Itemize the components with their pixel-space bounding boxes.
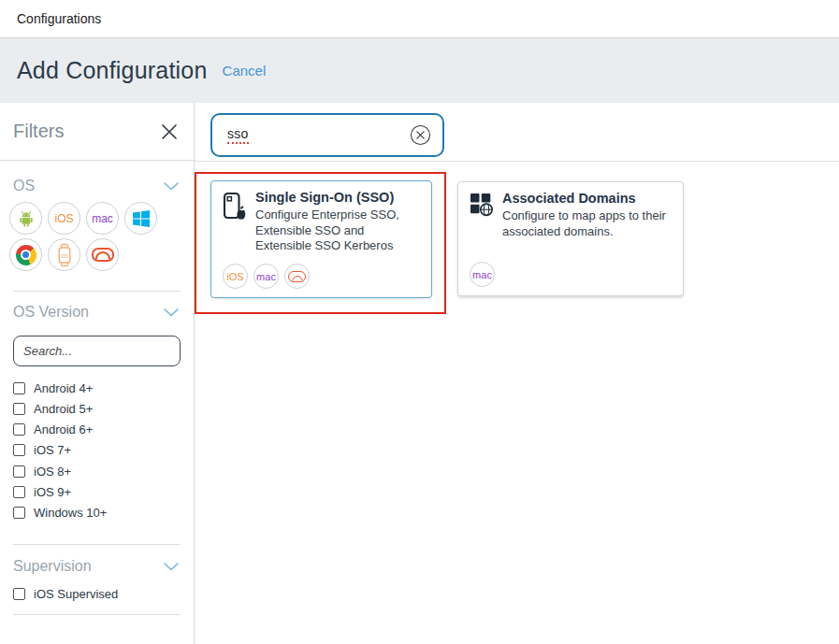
configuration-cards: Single Sign-On (SSO) Configure Enterpris… — [195, 162, 839, 314]
configuration-search-input[interactable]: sso — [210, 113, 444, 157]
divider — [13, 544, 181, 545]
ios-badge-label: iOS — [226, 271, 243, 282]
os-filter-icons: iOS mac os — [9, 202, 168, 271]
supervision-section-header[interactable]: Supervision — [13, 558, 179, 575]
clear-search-icon[interactable] — [410, 124, 431, 146]
checkbox-label: Android 6+ — [34, 422, 93, 436]
mac-badge: mac — [253, 264, 279, 289]
os-version-option-ios9[interactable]: iOS 9+ — [13, 484, 194, 499]
checkbox[interactable] — [13, 588, 25, 600]
checkbox[interactable] — [13, 444, 25, 456]
mac-badge-label: mac — [256, 271, 276, 282]
app-grid-globe-icon — [470, 193, 494, 239]
checkbox-label: Android 4+ — [34, 381, 93, 395]
configurations-panel: sso — [195, 103, 839, 644]
checkbox-label: Android 5+ — [34, 402, 93, 416]
chevron-down-icon[interactable] — [164, 304, 179, 321]
filters-title: Filters — [13, 121, 64, 142]
chrome-icon[interactable] — [9, 238, 42, 271]
ios-icon[interactable]: iOS — [48, 202, 80, 235]
card-description: Configure Enterprise SSO, Extensible SSO… — [255, 208, 420, 254]
supervision-section-label: Supervision — [13, 558, 92, 575]
visionos-icon[interactable] — [86, 238, 119, 271]
os-version-options: Android 4+ Android 5+ Android 6+ iOS 7+ … — [13, 380, 194, 521]
os-version-option-ios8[interactable]: iOS 8+ — [13, 464, 194, 479]
supervision-options: iOS Supervised — [13, 587, 194, 602]
filters-sidebar: Filters OS — [0, 103, 195, 644]
checkbox-label: iOS Supervised — [34, 587, 118, 601]
watchos-icon-label: os — [61, 251, 68, 258]
checkbox-label: iOS 7+ — [34, 443, 71, 457]
apple-device-icon — [223, 192, 247, 254]
android-icon[interactable] — [9, 202, 42, 235]
platform-badges: mac — [470, 262, 672, 287]
divider — [13, 614, 181, 615]
breadcrumb: Configurations — [17, 11, 101, 26]
top-nav-bar: Configurations — [0, 0, 839, 38]
os-section-label: OS — [13, 178, 35, 194]
page-header: Add Configuration Cancel — [0, 38, 839, 103]
supervision-option-ios-supervised[interactable]: iOS Supervised — [13, 587, 194, 602]
checkbox[interactable] — [13, 382, 25, 394]
os-version-option-windows10[interactable]: Windows 10+ — [13, 506, 194, 521]
checkbox[interactable] — [13, 403, 25, 415]
chevron-down-icon[interactable] — [164, 558, 179, 575]
os-version-option-ios7[interactable]: iOS 7+ — [13, 443, 194, 458]
os-version-option-android4[interactable]: Android 4+ — [13, 380, 194, 395]
card-description: Configure to map apps to their associate… — [502, 208, 685, 239]
close-icon[interactable] — [160, 122, 179, 141]
os-section-header[interactable]: OS — [13, 178, 179, 194]
mac-icon-label: mac — [92, 212, 113, 225]
checkbox[interactable] — [13, 423, 25, 436]
mac-badge: mac — [470, 262, 495, 287]
checkbox[interactable] — [13, 465, 25, 478]
card-title: Single Sign-On (SSO) — [255, 190, 420, 205]
divider — [13, 291, 181, 292]
os-version-search-input[interactable] — [13, 336, 181, 366]
os-version-option-android6[interactable]: Android 6+ — [13, 422, 194, 437]
checkbox-label: iOS 9+ — [34, 485, 71, 499]
mac-badge-label: mac — [472, 269, 492, 280]
checkbox-label: iOS 8+ — [34, 465, 71, 479]
checkbox[interactable] — [13, 486, 25, 498]
platform-badges: iOS mac — [223, 264, 420, 289]
ios-badge: iOS — [223, 264, 248, 289]
checkbox[interactable] — [13, 507, 25, 519]
windows-icon[interactable] — [124, 202, 157, 235]
search-query-text: sso — [227, 126, 249, 144]
cancel-button[interactable]: Cancel — [223, 63, 267, 79]
page-title: Add Configuration — [17, 57, 208, 84]
watchos-icon[interactable]: os — [48, 238, 80, 271]
os-version-section-label: OS Version — [13, 304, 89, 321]
card-title: Associated Domains — [502, 191, 685, 206]
card-associated-domains[interactable]: Associated Domains Configure to map apps… — [457, 181, 684, 296]
os-version-option-android5[interactable]: Android 5+ — [13, 401, 194, 416]
os-version-section-header[interactable]: OS Version — [13, 304, 179, 321]
highlight-red-box: Single Sign-On (SSO) Configure Enterpris… — [195, 172, 446, 314]
chevron-down-icon[interactable] — [164, 178, 179, 194]
visionos-badge — [284, 264, 310, 289]
visionos-goggles-icon — [288, 271, 306, 282]
search-row: sso — [195, 103, 839, 162]
ios-icon-label: iOS — [54, 212, 73, 225]
mac-icon[interactable]: mac — [86, 202, 119, 235]
checkbox-label: Windows 10+ — [34, 506, 107, 520]
filters-header: Filters — [0, 103, 194, 161]
card-single-sign-on[interactable]: Single Sign-On (SSO) Configure Enterpris… — [210, 180, 432, 298]
